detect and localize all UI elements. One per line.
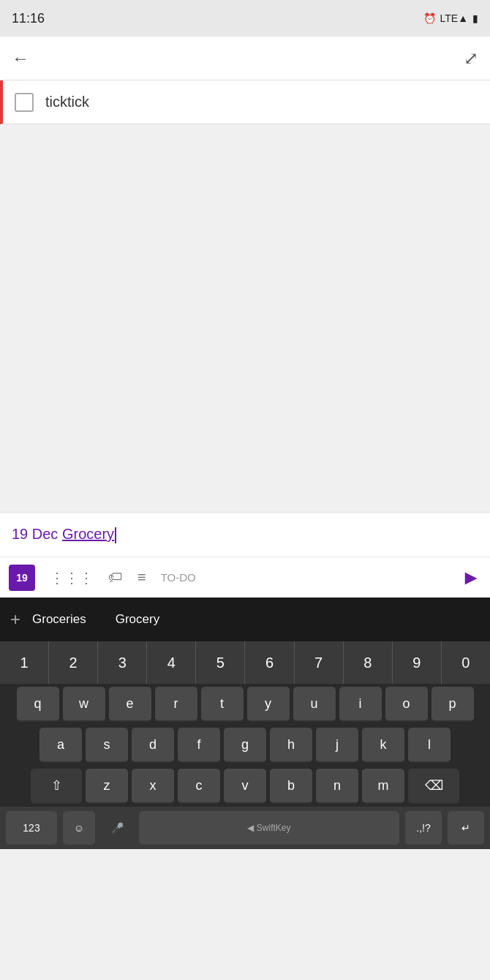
key-q[interactable]: q [17, 687, 59, 722]
key-9[interactable]: 9 [393, 641, 442, 684]
task-title: ticktick [45, 94, 89, 110]
task-checkbox[interactable] [15, 93, 34, 112]
lte-icon: LTE▲ [440, 12, 469, 24]
punctuation-key[interactable]: .,!? [405, 811, 442, 845]
key-x[interactable]: x [132, 769, 174, 804]
autocomplete-plus[interactable]: + [10, 609, 20, 630]
key-d[interactable]: d [132, 728, 174, 763]
key-a[interactable]: a [39, 728, 82, 763]
nav-bar: ← ⤢ [0, 37, 490, 80]
date-prefix: 19 Dec [12, 526, 58, 542]
key-y[interactable]: y [247, 687, 290, 722]
main-content [0, 124, 490, 512]
swiftkey-label: ◀ SwiftKey [247, 823, 290, 833]
key-w[interactable]: w [63, 687, 105, 722]
key-5[interactable]: 5 [196, 641, 245, 684]
number-row: 1 2 3 4 5 6 7 8 9 0 [0, 641, 490, 684]
key-t[interactable]: t [201, 687, 244, 722]
keyboard-row-3: ⇧ z x c v b n m ⌫ [0, 766, 490, 807]
external-link-button[interactable]: ⤢ [464, 48, 478, 69]
key-6[interactable]: 6 [245, 641, 294, 684]
priority-icon[interactable]: ⋮⋮⋮ [50, 569, 94, 587]
key-r[interactable]: r [155, 687, 197, 722]
mic-key[interactable]: 🎤 [101, 811, 133, 845]
keyboard-row-2: a s d f g h j k l [0, 725, 490, 766]
text-cursor [115, 527, 116, 543]
status-time: 11:16 [12, 11, 45, 26]
key-z[interactable]: z [86, 769, 128, 804]
key-0[interactable]: 0 [442, 641, 490, 684]
keyboard-letters: q w e r t y u i o p a s d f g h j k l ⇧ … [0, 684, 490, 807]
key-k[interactable]: k [362, 728, 404, 763]
shift-key[interactable]: ⇧ [31, 769, 82, 804]
key-8[interactable]: 8 [344, 641, 393, 684]
key-s[interactable]: s [86, 728, 128, 763]
task-input-row[interactable]: 19 Dec Grocery [0, 513, 490, 557]
autocomplete-grocery[interactable]: Grocery [101, 612, 174, 627]
key-l[interactable]: l [408, 728, 451, 763]
status-bar: 11:16 ⏰ LTE▲ ▮ [0, 0, 490, 37]
key-u[interactable]: u [293, 687, 336, 722]
key-m[interactable]: m [362, 769, 404, 804]
key-o[interactable]: o [385, 687, 428, 722]
status-icons: ⏰ LTE▲ ▮ [423, 12, 479, 24]
battery-icon: ▮ [472, 12, 478, 24]
key-v[interactable]: v [224, 769, 266, 804]
number-switch-key[interactable]: 123 [6, 811, 57, 845]
back-button[interactable]: ← [12, 48, 29, 69]
todo-label: TO-DO [161, 571, 447, 584]
toolbar-row: 19 ⋮⋮⋮ 🏷 ≡ TO-DO ► [0, 557, 490, 598]
key-b[interactable]: b [270, 769, 312, 804]
key-4[interactable]: 4 [147, 641, 196, 684]
key-p[interactable]: p [431, 687, 474, 722]
key-2[interactable]: 2 [49, 641, 98, 684]
key-g[interactable]: g [224, 728, 266, 763]
space-key[interactable]: ◀ SwiftKey [139, 811, 399, 845]
alarm-icon: ⏰ [423, 12, 436, 24]
key-f[interactable]: f [178, 728, 220, 763]
key-h[interactable]: h [270, 728, 312, 763]
send-button[interactable]: ► [461, 566, 481, 589]
tag-icon[interactable]: 🏷 [108, 569, 123, 586]
enter-key[interactable]: ↵ [448, 811, 484, 845]
key-3[interactable]: 3 [98, 641, 147, 684]
autocomplete-groceries[interactable]: Groceries [32, 612, 101, 627]
key-j[interactable]: j [316, 728, 358, 763]
key-i[interactable]: i [339, 687, 382, 722]
task-input-text[interactable]: 19 Dec Grocery [12, 526, 478, 543]
task-header: ticktick [0, 80, 490, 124]
calendar-button[interactable]: 19 [9, 565, 35, 591]
task-text: Grocery [62, 526, 114, 542]
key-e[interactable]: e [109, 687, 151, 722]
input-area: 19 Dec Grocery 19 ⋮⋮⋮ 🏷 ≡ TO-DO ► [0, 512, 490, 598]
keyboard: 1 2 3 4 5 6 7 8 9 0 q w e r t y u i o p … [0, 641, 490, 849]
backspace-key[interactable]: ⌫ [408, 769, 459, 804]
autocomplete-row: + Groceries Grocery [0, 598, 490, 641]
key-c[interactable]: c [178, 769, 220, 804]
keyboard-function-row: 123 ☺ 🎤 ◀ SwiftKey .,!? ↵ [0, 807, 490, 849]
list-icon[interactable]: ≡ [137, 569, 146, 586]
key-1[interactable]: 1 [0, 641, 49, 684]
keyboard-row-1: q w e r t y u i o p [0, 684, 490, 725]
key-n[interactable]: n [316, 769, 358, 804]
emoji-key[interactable]: ☺ [63, 811, 95, 845]
key-7[interactable]: 7 [295, 641, 344, 684]
